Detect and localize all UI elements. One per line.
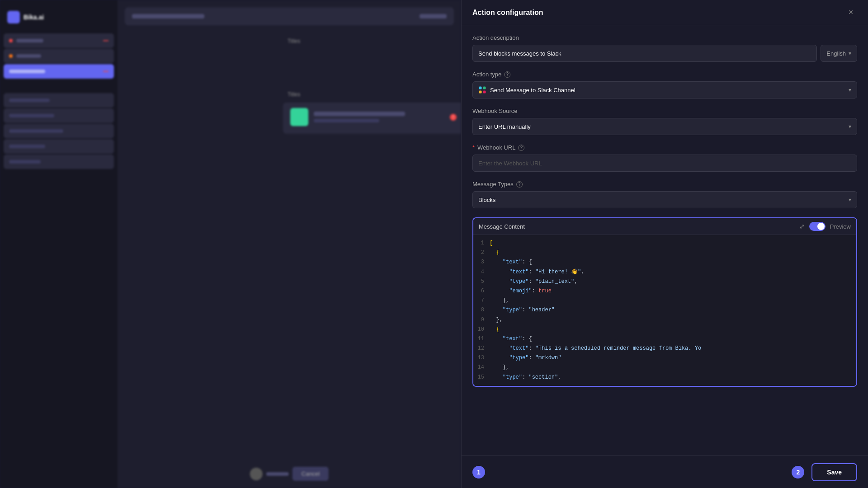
action-config-panel: Action configuration × Action descriptio…	[461, 0, 868, 488]
panel-header: Action configuration ×	[462, 0, 868, 25]
code-line: 10 {	[473, 325, 856, 334]
webhook-url-label: * Webhook URL ?	[472, 144, 857, 151]
code-line: 15 "type": "section",	[473, 373, 856, 382]
sidebar-badge	[103, 71, 108, 72]
action-description-input[interactable]	[472, 45, 817, 62]
canvas-area: Titles Titles !	[118, 0, 461, 488]
webhook-url-input[interactable]	[472, 155, 857, 172]
message-content-actions: ⤢ Preview	[799, 222, 851, 231]
webhook-source-section: Webhook Source Enter URL manually ▾	[472, 108, 857, 135]
sidebar-logo: Bika.ai	[0, 7, 118, 33]
message-types-label: Message Types ?	[472, 181, 857, 188]
sidebar-item-3	[4, 124, 114, 138]
message-content-box: Message Content ⤢ Preview 1 [ 2 {	[472, 217, 857, 387]
action-type-dropdown[interactable]: Send Message to Slack Channel ▾	[472, 81, 857, 99]
message-types-value: Blocks	[478, 197, 495, 203]
code-line: 13 "type": "mrkdwn"	[473, 353, 856, 363]
message-types-help-icon[interactable]: ?	[516, 181, 523, 188]
chevron-down-icon: ▾	[849, 123, 851, 130]
cancel-button: Cancel	[292, 467, 329, 481]
message-content-header: Message Content ⤢ Preview	[473, 218, 856, 235]
code-line: 14 },	[473, 363, 856, 372]
sidebar: Bika.ai	[0, 0, 118, 488]
chevron-down-icon: ▾	[849, 50, 851, 56]
step-badge-2: 2	[792, 466, 804, 479]
canvas: Titles Titles !	[125, 33, 454, 349]
code-line: 8 "type": "header"	[473, 305, 856, 315]
action-description-row: English ▾	[472, 45, 857, 62]
chevron-down-icon: ▾	[849, 87, 851, 93]
node-icon-2	[290, 108, 308, 126]
sidebar-item-label	[9, 70, 45, 73]
sidebar-item-4	[4, 139, 114, 154]
webhook-source-dropdown[interactable]: Enter URL manually ▾	[472, 118, 857, 135]
action-type-help-icon[interactable]: ?	[504, 71, 510, 78]
node-label: Titles	[288, 38, 300, 44]
step-badge-1: 1	[472, 466, 485, 479]
slack-icon	[478, 86, 486, 94]
sidebar-dot	[9, 39, 13, 42]
code-line: 12 "text": "This is a scheduled reminder…	[473, 344, 856, 353]
expand-icon[interactable]: ⤢	[799, 223, 805, 230]
code-line: 4 "text": "Hi there! 👋",	[473, 267, 856, 277]
svg-rect-3	[483, 91, 486, 94]
action-description-label: Action description	[472, 34, 857, 41]
chevron-down-icon: ▾	[849, 197, 851, 203]
message-types-section: Message Types ? Blocks ▾	[472, 181, 857, 208]
sidebar-badge	[103, 40, 108, 41]
code-line: 1 [	[473, 239, 856, 248]
action-type-label: Action type ?	[472, 71, 857, 78]
sidebar-item-label	[16, 54, 41, 58]
action-type-value: Send Message to Slack Channel	[490, 87, 576, 94]
code-line: 2 {	[473, 248, 856, 258]
webhook-source-value: Enter URL manually	[478, 123, 531, 130]
sidebar-item-inbox	[4, 49, 114, 63]
message-types-dropdown[interactable]: Blocks ▾	[472, 191, 857, 208]
code-line: 6 "emoji": true	[473, 286, 856, 296]
webhook-url-help-icon[interactable]: ?	[518, 145, 524, 151]
svg-rect-0	[479, 87, 482, 89]
code-line: 11 "text": {	[473, 334, 856, 344]
logo-icon	[7, 11, 20, 23]
svg-rect-1	[483, 87, 486, 89]
action-type-section: Action type ? Send Message to Slack Chan…	[472, 71, 857, 99]
sidebar-item-label	[16, 39, 43, 42]
preview-toggle[interactable]	[809, 222, 826, 231]
node-label-2: Titles	[288, 91, 300, 98]
left-panel: Bika.ai	[0, 0, 461, 488]
webhook-url-section: * Webhook URL ?	[472, 144, 857, 172]
code-line: 9 },	[473, 315, 856, 325]
save-button[interactable]: Save	[811, 463, 857, 481]
required-indicator: *	[472, 144, 475, 151]
sidebar-item-1	[4, 93, 114, 108]
sidebar-item-active	[4, 64, 114, 79]
code-editor[interactable]: 1 [ 2 { 3 "text": { 4 "text": "Hi the	[473, 235, 856, 386]
sidebar-dot	[9, 54, 13, 58]
bottom-bar: Cancel	[250, 467, 329, 481]
node-card-2: !	[283, 103, 461, 131]
sidebar-logo-text: Bika.ai	[24, 14, 44, 21]
language-select[interactable]: English ▾	[821, 45, 857, 62]
code-line: 7 },	[473, 296, 856, 305]
top-bar	[125, 7, 454, 25]
close-button[interactable]: ×	[844, 6, 857, 19]
code-line: 3 "text": {	[473, 258, 856, 267]
user-avatar	[250, 468, 263, 480]
sidebar-item-home	[4, 33, 114, 48]
panel-body: Action description English ▾ Action type…	[462, 25, 868, 455]
webhook-source-label: Webhook Source	[472, 108, 857, 114]
sidebar-item-2	[4, 108, 114, 123]
preview-label: Preview	[830, 223, 851, 230]
panel-footer: 1 2 Save	[462, 455, 868, 488]
message-content-title: Message Content	[479, 223, 525, 230]
panel-title: Action configuration	[472, 9, 543, 17]
code-line: 5 "type": "plain_text",	[473, 277, 856, 286]
language-label: English	[826, 50, 846, 57]
sidebar-section	[4, 85, 114, 90]
svg-rect-2	[479, 91, 482, 94]
sidebar-item-5	[4, 155, 114, 169]
node-badge: !	[450, 114, 457, 121]
node-text-2	[314, 112, 444, 122]
action-description-section: Action description English ▾	[472, 34, 857, 62]
